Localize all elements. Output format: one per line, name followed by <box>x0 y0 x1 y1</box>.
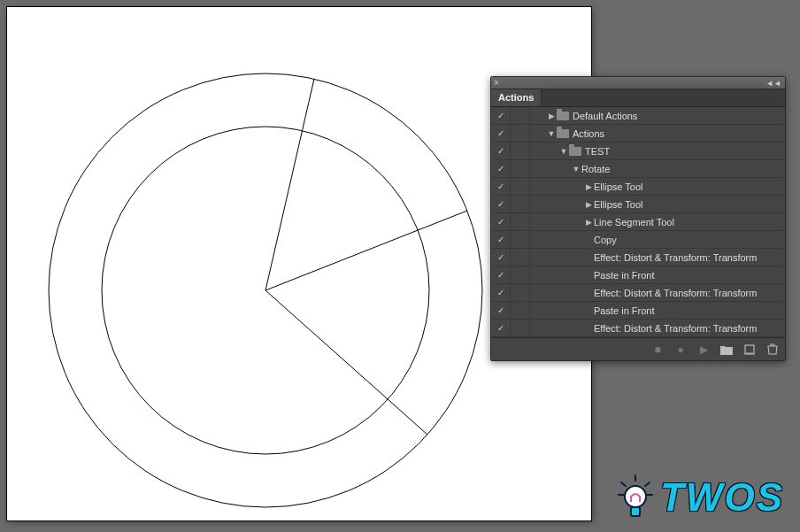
action-main[interactable]: ▶Ellipse Tool <box>530 199 785 210</box>
action-main[interactable]: Effect: Distort & Transform: Transform <box>530 252 785 263</box>
action-row[interactable]: ✓Copy <box>491 231 785 249</box>
record-toggle-column[interactable] <box>511 284 530 301</box>
trash-icon[interactable] <box>765 343 780 357</box>
action-label: Effect: Distort & Transform: Transform <box>594 288 757 298</box>
svg-line-2 <box>265 79 314 290</box>
action-row[interactable]: ✓Paste in Front <box>491 266 785 284</box>
close-icon[interactable]: × <box>494 78 499 88</box>
action-row[interactable]: ✓▼Rotate <box>491 160 785 178</box>
visibility-checkmark[interactable]: ✓ <box>491 160 511 177</box>
svg-rect-12 <box>631 507 640 516</box>
record-toggle-column[interactable] <box>511 302 530 319</box>
record-toggle-column[interactable] <box>511 160 530 177</box>
panel-tab-actions[interactable]: Actions <box>491 89 542 106</box>
svg-line-4 <box>265 290 427 435</box>
visibility-checkmark[interactable]: ✓ <box>491 320 511 336</box>
disclosure-triangle-icon[interactable]: ▶ <box>583 218 594 227</box>
action-label: Rotate <box>581 164 610 174</box>
visibility-checkmark[interactable]: ✓ <box>491 213 511 230</box>
stop-icon[interactable]: ■ <box>650 343 665 357</box>
visibility-checkmark[interactable]: ✓ <box>491 107 511 124</box>
watermark: TWOS <box>609 470 793 525</box>
visibility-checkmark[interactable]: ✓ <box>491 284 511 301</box>
action-row[interactable]: ✓Effect: Distort & Transform: Transform <box>491 249 785 266</box>
disclosure-triangle-icon[interactable]: ▼ <box>571 165 581 173</box>
panel-menu-icon[interactable]: ◄◄ <box>765 79 781 88</box>
action-label: TEST <box>585 146 610 157</box>
svg-line-3 <box>265 211 467 290</box>
svg-point-11 <box>625 486 646 507</box>
actions-panel: × ◄◄ Actions ✓▶Default Actions✓▼Actions✓… <box>490 76 786 361</box>
action-main[interactable]: Effect: Distort & Transform: Transform <box>530 323 785 334</box>
disclosure-triangle-icon[interactable]: ▶ <box>583 182 594 191</box>
action-label: Effect: Distort & Transform: Transform <box>594 252 757 263</box>
action-main[interactable]: ▶Line Segment Tool <box>530 217 785 227</box>
action-main[interactable]: ▶Ellipse Tool <box>530 181 785 192</box>
record-toggle-column[interactable] <box>511 107 530 124</box>
disclosure-triangle-icon[interactable]: ▶ <box>583 200 594 209</box>
visibility-checkmark[interactable]: ✓ <box>491 249 511 266</box>
new-set-icon[interactable] <box>719 343 734 357</box>
action-main[interactable]: ▼Actions <box>530 128 785 139</box>
visibility-checkmark[interactable]: ✓ <box>491 125 511 142</box>
action-row[interactable]: ✓Paste in Front <box>491 302 785 320</box>
action-main[interactable]: ▼Rotate <box>530 164 785 174</box>
action-label: Default Actions <box>573 111 637 121</box>
svg-line-7 <box>621 482 626 486</box>
record-toggle-column[interactable] <box>511 143 530 159</box>
panel-footer: ■ ● ▶ <box>491 337 785 360</box>
visibility-checkmark[interactable]: ✓ <box>491 196 511 212</box>
action-label: Effect: Distort & Transform: Transform <box>594 323 757 334</box>
record-toggle-column[interactable] <box>511 125 530 142</box>
record-toggle-column[interactable] <box>511 178 530 195</box>
folder-icon <box>557 129 569 138</box>
action-main[interactable]: ▶Default Actions <box>530 111 785 121</box>
disclosure-triangle-icon[interactable]: ▼ <box>546 129 557 138</box>
action-label: Paste in Front <box>594 270 654 281</box>
folder-icon <box>569 147 581 156</box>
record-toggle-column[interactable] <box>511 231 530 248</box>
action-label: Ellipse Tool <box>594 199 642 210</box>
actions-tree: ✓▶Default Actions✓▼Actions✓▼TEST✓▼Rotate… <box>491 107 785 337</box>
action-main[interactable]: ▼TEST <box>530 146 785 157</box>
action-row[interactable]: ✓Effect: Distort & Transform: Transform <box>491 320 785 337</box>
lightbulb-icon <box>616 474 655 521</box>
new-action-icon[interactable] <box>742 343 757 357</box>
watermark-text: TWOS <box>660 475 784 520</box>
record-toggle-column[interactable] <box>511 213 530 230</box>
action-label: Copy <box>594 235 617 245</box>
visibility-checkmark[interactable]: ✓ <box>491 302 511 319</box>
action-label: Line Segment Tool <box>594 217 674 227</box>
action-main[interactable]: Paste in Front <box>530 305 785 316</box>
visibility-checkmark[interactable]: ✓ <box>491 178 511 195</box>
disclosure-triangle-icon[interactable]: ▶ <box>546 112 557 120</box>
action-row[interactable]: ✓Effect: Distort & Transform: Transform <box>491 284 785 302</box>
visibility-checkmark[interactable]: ✓ <box>491 266 511 283</box>
play-icon[interactable]: ▶ <box>696 343 711 357</box>
action-row[interactable]: ✓▼TEST <box>491 143 785 160</box>
action-row[interactable]: ✓▶Ellipse Tool <box>491 178 785 196</box>
record-icon[interactable]: ● <box>673 343 688 357</box>
action-main[interactable]: Paste in Front <box>530 270 785 281</box>
action-main[interactable]: Copy <box>530 235 785 245</box>
record-toggle-column[interactable] <box>511 249 530 266</box>
visibility-checkmark[interactable]: ✓ <box>491 231 511 248</box>
panel-titlebar[interactable]: × ◄◄ <box>491 77 785 89</box>
folder-icon <box>557 112 569 120</box>
action-label: Paste in Front <box>594 305 654 316</box>
action-label: Actions <box>573 128 604 139</box>
panel-tabrow: Actions <box>491 89 785 107</box>
record-toggle-column[interactable] <box>511 196 530 212</box>
action-row[interactable]: ✓▼Actions <box>491 125 785 143</box>
action-label: Ellipse Tool <box>594 181 642 192</box>
svg-line-8 <box>645 482 650 486</box>
action-row[interactable]: ✓▶Line Segment Tool <box>491 213 785 231</box>
disclosure-triangle-icon[interactable]: ▼ <box>558 147 569 156</box>
record-toggle-column[interactable] <box>511 320 530 336</box>
action-row[interactable]: ✓▶Ellipse Tool <box>491 196 785 213</box>
visibility-checkmark[interactable]: ✓ <box>491 143 511 159</box>
action-row[interactable]: ✓▶Default Actions <box>491 107 785 125</box>
action-main[interactable]: Effect: Distort & Transform: Transform <box>530 288 785 298</box>
record-toggle-column[interactable] <box>511 266 530 283</box>
